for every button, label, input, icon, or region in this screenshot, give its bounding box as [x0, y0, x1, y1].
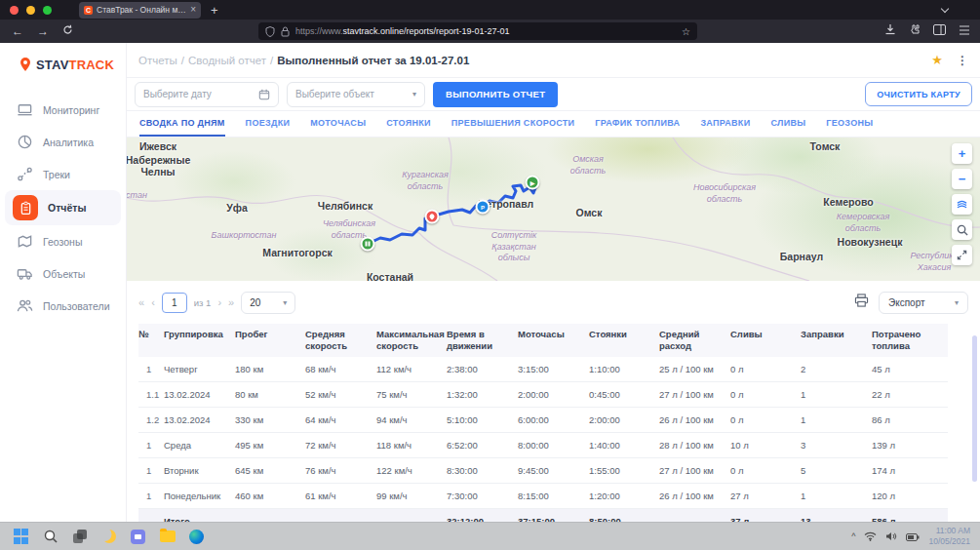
clear-map-button[interactable]: ОЧИСТИТЬ КАРТУ [865, 82, 972, 106]
page-size-select[interactable]: 20 ▾ [241, 292, 295, 314]
first-page-button[interactable]: « [138, 296, 144, 308]
map-borders-layer [127, 138, 980, 281]
sidebar-item-users[interactable]: Пользователи [0, 290, 126, 322]
windows-taskbar: ^ 11:00 AM 10/05/2021 [0, 522, 980, 550]
zoom-in-button[interactable]: + [952, 143, 972, 164]
tab-trips[interactable]: ПОЕЗДКИ [246, 118, 291, 137]
battery-icon[interactable] [906, 528, 920, 545]
close-window-button[interactable] [10, 6, 19, 15]
tray-expand-icon[interactable]: ^ [851, 531, 855, 541]
browser-tab[interactable]: С СтавТрак - Онлайн мониторин × [79, 2, 201, 19]
chevron-down-icon[interactable] [942, 6, 949, 13]
prev-page-button[interactable]: ‹ [151, 296, 155, 308]
print-icon[interactable] [854, 294, 869, 311]
taskbar-clock[interactable]: 11:00 AM 10/05/2021 [928, 526, 970, 547]
page-count-label: из 1 [194, 297, 212, 308]
object-select[interactable]: Выберите объект ▾ [287, 82, 425, 107]
downloads-icon[interactable] [884, 21, 896, 39]
browser-tab-title: СтавТрак - Онлайн мониторин [97, 5, 186, 15]
chevron-down-icon: ▾ [412, 90, 416, 98]
taskbar-search-icon[interactable] [42, 529, 59, 545]
extensions-icon[interactable] [909, 21, 921, 39]
new-tab-button[interactable]: + [211, 3, 218, 18]
scrollbar-thumb[interactable] [972, 335, 977, 482]
map-controls: + − [952, 143, 972, 265]
table-header-cell: Стоянки [589, 324, 659, 357]
tab-speeding[interactable]: ПРЕВЫШЕНИЯ СКОРОСТИ [451, 118, 575, 137]
map-search-button[interactable] [952, 219, 972, 240]
task-view-icon[interactable] [71, 529, 88, 545]
volume-icon[interactable] [885, 528, 897, 545]
sidebar-item-reports[interactable]: Отчёты [5, 190, 121, 225]
last-page-button[interactable]: » [228, 296, 234, 308]
tab-geozones[interactable]: ГЕОЗОНЫ [826, 118, 873, 137]
date-input[interactable] [143, 89, 258, 99]
sidebar-item-geozones[interactable]: Геозоны [0, 225, 126, 257]
table-row: 1Четверг 180 км68 км/ч 112 км/ч2:38:00 3… [138, 357, 948, 382]
back-button[interactable]: ← [12, 24, 23, 38]
run-report-button[interactable]: ВЫПОЛНИТЬ ОТЧЕТ [433, 82, 558, 107]
start-button[interactable] [13, 529, 29, 545]
favorite-star-icon[interactable]: ★ [931, 53, 943, 67]
close-tab-icon[interactable]: × [190, 5, 196, 15]
wifi-icon[interactable] [864, 528, 877, 545]
pause-marker[interactable] [361, 237, 375, 252]
breadcrumb-reports-link[interactable]: Отчеты [138, 55, 177, 66]
page-number-input[interactable]: 1 [162, 293, 187, 313]
chevron-down-icon: ▾ [283, 298, 287, 307]
table-header-cell: Средняя скорость [305, 324, 376, 357]
chat-app-icon[interactable] [130, 529, 146, 545]
next-page-button[interactable]: › [217, 296, 221, 308]
zoom-out-button[interactable]: − [952, 169, 972, 189]
tab-daily-summary[interactable]: СВОДКА ПО ДНЯМ [139, 118, 225, 137]
maximize-window-button[interactable] [43, 6, 52, 15]
sidebar: STAVTRACK Мониторинг Аналитика Треки От [0, 43, 127, 522]
tab-engine-hours[interactable]: МОТОЧАСЫ [310, 118, 366, 137]
table-header-cell: Потрачено топлива [872, 324, 948, 357]
parking-marker[interactable]: P [476, 200, 490, 215]
clock-date: 10/05/2021 [928, 536, 970, 546]
monitoring-icon [16, 101, 33, 119]
tab-parkings[interactable]: СТОЯНКИ [386, 118, 430, 137]
bookmark-star-icon[interactable]: ☆ [682, 26, 690, 37]
layers-button[interactable] [952, 194, 972, 215]
sidebar-item-monitoring[interactable]: Мониторинг [0, 94, 126, 126]
route-polyline [368, 182, 536, 244]
night-mode-app-icon[interactable] [100, 529, 117, 545]
analytics-icon [16, 134, 33, 151]
users-icon [16, 297, 33, 315]
date-picker-field[interactable] [135, 82, 279, 107]
screen: С СтавТрак - Онлайн мониторин × + ← → ht… [0, 0, 980, 550]
tab-fuel-chart[interactable]: ГРАФИК ТОПЛИВА [595, 118, 680, 137]
file-explorer-icon[interactable] [159, 529, 176, 545]
fullscreen-button[interactable] [952, 245, 972, 265]
stavtrack-logo: STAVTRACK [18, 57, 126, 72]
fuel-drain-marker[interactable] [425, 210, 440, 224]
map[interactable]: Ижевск Набережные Челны Уфа Челябинск Ма… [127, 138, 980, 281]
site-favicon: С [84, 6, 93, 15]
shield-icon [265, 26, 275, 37]
reload-button[interactable] [62, 24, 73, 38]
sidebar-item-analytics[interactable]: Аналитика [0, 126, 126, 158]
sidebar-item-objects[interactable]: Объекты [0, 257, 126, 290]
menu-icon[interactable] [959, 21, 970, 39]
export-select[interactable]: Экспорт ▾ [879, 292, 968, 314]
sidebar-panel-icon[interactable] [933, 21, 946, 39]
start-marker[interactable]: ▶ [526, 176, 540, 190]
objects-truck-icon [16, 265, 33, 283]
kebab-menu-icon[interactable]: ⋮ [957, 54, 968, 67]
table-header-cell: Пробег [235, 324, 305, 357]
table-row: 1Вторник 645 км76 км/ч 122 км/ч8:30:00 9… [138, 457, 948, 483]
report-table-wrap: №ГруппировкаПробегСредняя скоростьМаксим… [127, 324, 980, 533]
tab-refuels[interactable]: ЗАПРАВКИ [700, 118, 750, 137]
forward-button[interactable]: → [37, 24, 49, 38]
breadcrumb-summary-link[interactable]: Сводный отчет [188, 55, 266, 66]
sidebar-item-tracks[interactable]: Треки [0, 158, 126, 190]
tab-drains[interactable]: СЛИВЫ [770, 118, 805, 137]
url-text: https://www.stavtrack.online/reports/rep… [295, 26, 676, 36]
table-header-cell: Группировка [164, 324, 235, 357]
logo-pin-icon [18, 57, 33, 72]
minimize-window-button[interactable] [26, 6, 35, 15]
edge-browser-icon[interactable] [188, 529, 205, 545]
url-bar[interactable]: https://www.stavtrack.online/reports/rep… [258, 22, 697, 40]
